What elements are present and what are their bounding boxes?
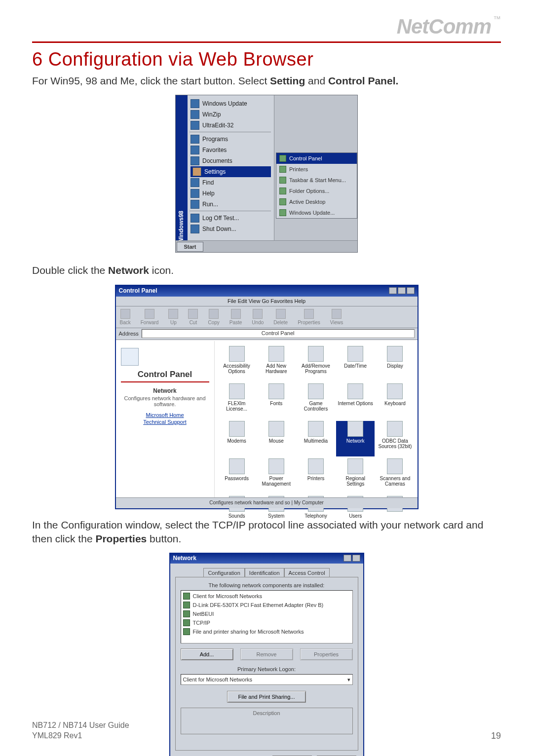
cp-icon[interactable]: Add New Hardware [257, 346, 296, 381]
taskbar: Start [176, 240, 357, 252]
cp-icon[interactable]: ODBC Data Sources (32bit) [376, 421, 414, 456]
sm-item[interactable]: Favorites [190, 145, 271, 155]
cp-icon[interactable]: Modems [218, 421, 256, 456]
cp-icon[interactable]: Passwords [218, 458, 256, 494]
sm-item[interactable]: Shut Down... [190, 224, 271, 234]
tab-configuration[interactable]: Configuration [203, 568, 244, 577]
component-row[interactable]: TCP/IP [182, 618, 351, 627]
cp-icon[interactable]: Regional Settings [336, 458, 375, 494]
settings-icon [192, 167, 201, 176]
cp-icon[interactable]: Accessibility Options [218, 346, 256, 381]
toolbar-forward[interactable]: Forward [141, 309, 159, 325]
toolbar-delete[interactable]: Delete [273, 309, 288, 325]
cp-icon[interactable]: Power Management [257, 458, 296, 494]
tech-support-link[interactable]: Technical Support [121, 419, 209, 425]
help-icon[interactable] [343, 555, 351, 562]
fly-item[interactable]: Printers [276, 164, 357, 175]
cp-icon[interactable]: Mouse [257, 421, 296, 456]
cp-icon[interactable]: Display [376, 346, 414, 381]
fly-controlpanel[interactable]: Control Panel [276, 153, 357, 164]
taskbar-icon [279, 177, 286, 184]
toolbar-copy[interactable]: Copy [208, 309, 219, 325]
cp-titlebar: Control Panel [116, 286, 418, 297]
cp-icon[interactable]: Printers [297, 458, 335, 494]
cp-icon[interactable]: Scanners and Cameras [376, 458, 414, 494]
cp-left-sub: Configures network hardware and software… [121, 395, 209, 407]
add-button[interactable]: Add... [181, 648, 233, 660]
lbl: Active Desktop [289, 199, 325, 205]
sm-settings[interactable]: Settings [190, 166, 271, 177]
toolbar-cut[interactable]: Cut [188, 309, 198, 325]
sm-item[interactable]: Run... [190, 199, 271, 210]
components-list[interactable]: Client for Microsoft NetworksD-Link DFE-… [181, 590, 353, 643]
min-icon[interactable] [389, 287, 397, 294]
remove-button[interactable]: Remove [240, 648, 293, 660]
startmenu-screenshot: Windows98 Windows Update WinZip UltraEdi… [175, 95, 358, 253]
cp-icon[interactable]: Date/Time [336, 346, 375, 381]
cp-left-title: Control Panel [121, 370, 209, 382]
lbl: Find [202, 179, 214, 186]
programs-icon [190, 135, 199, 144]
sidebar-text: Windows98 [178, 211, 185, 243]
toolbar-back[interactable]: Back [120, 309, 131, 325]
settings-flyout: Control Panel Printers Taskbar & Start M… [276, 152, 357, 219]
sm-item[interactable]: Programs [190, 134, 271, 145]
lbl: Taskbar & Start Menu... [289, 177, 346, 183]
addr-field[interactable]: Control Panel [142, 329, 415, 338]
cp-icon[interactable]: Game Controllers [297, 383, 335, 419]
cp-icon[interactable]: Fonts [257, 383, 296, 419]
tab-access-control[interactable]: Access Control [284, 568, 330, 577]
file-print-sharing-button[interactable]: File and Print Sharing... [227, 691, 306, 703]
winzip-icon [190, 110, 199, 119]
cp-icon[interactable]: Add/Remove Programs [297, 346, 335, 381]
controlpanel-icon [279, 155, 286, 162]
close-icon[interactable] [407, 287, 415, 294]
sm-item[interactable]: UltraEdit-32 [190, 120, 271, 131]
lbl: Programs [202, 136, 228, 143]
toolbar-paste[interactable]: Paste [229, 309, 242, 325]
component-row[interactable]: File and printer sharing for Microsoft N… [182, 627, 351, 636]
cp-icon[interactable]: Keyboard [376, 383, 414, 419]
cp-icon[interactable]: FLEXlm License... [218, 383, 256, 419]
section-number: 6 [32, 49, 43, 70]
p2c: icon. [149, 265, 174, 276]
p2b: Network [108, 265, 149, 276]
toolbar-undo[interactable]: Undo [252, 309, 264, 325]
toolbar-views[interactable]: Views [330, 309, 343, 325]
ms-home-link[interactable]: Microsoft Home [121, 412, 209, 418]
cp-statusbar: Configures network hardware and so | My … [116, 497, 418, 508]
components-label: The following network components are ins… [181, 582, 353, 588]
logon-dropdown[interactable]: Client for Microsoft Networks ▾ [181, 674, 353, 685]
cp-icon[interactable]: Network [336, 421, 375, 456]
sm-item[interactable]: Help [190, 188, 271, 199]
cp-icon[interactable]: Internet Options [336, 383, 375, 419]
component-row[interactable]: Client for Microsoft Networks [182, 592, 351, 601]
component-row[interactable]: NetBEUI [182, 609, 351, 618]
fly-item[interactable]: Taskbar & Start Menu... [276, 175, 357, 186]
close-icon[interactable] [352, 555, 360, 562]
sm-item[interactable]: Documents [190, 155, 271, 166]
nd-tabs: ConfigurationIdentificationAccess Contro… [175, 567, 358, 577]
separator [190, 211, 271, 211]
fly-item[interactable]: Windows Update... [276, 207, 357, 218]
sm-item[interactable]: WinZip [190, 109, 271, 120]
tab-identification[interactable]: Identification [245, 568, 284, 577]
chevron-down-icon: ▾ [347, 677, 350, 683]
fly-item[interactable]: Active Desktop [276, 196, 357, 207]
fly-item[interactable]: Folder Options... [276, 186, 357, 196]
cp-icon[interactable]: Multimedia [297, 421, 335, 456]
sm-item[interactable]: Windows Update [190, 98, 271, 109]
properties-button[interactable]: Properties [300, 648, 353, 660]
sm-item[interactable]: Log Off Test... [190, 213, 271, 224]
nd-title-text: Network [173, 555, 196, 563]
lbl: Folder Options... [289, 188, 329, 194]
toolbar-up[interactable]: Up [168, 309, 178, 325]
component-row[interactable]: D-Link DFE-530TX PCI Fast Ethernet Adapt… [182, 601, 351, 609]
start-button[interactable]: Start [177, 242, 203, 252]
sm-item[interactable]: Find [190, 177, 271, 188]
max-icon[interactable] [398, 287, 406, 294]
toolbar-properties[interactable]: Properties [298, 309, 320, 325]
cp-menubar[interactable]: File Edit View Go Favorites Help [116, 297, 418, 306]
footer-guide: NB712 / NB714 User Guide [32, 720, 129, 731]
activedesktop-icon [279, 198, 286, 205]
